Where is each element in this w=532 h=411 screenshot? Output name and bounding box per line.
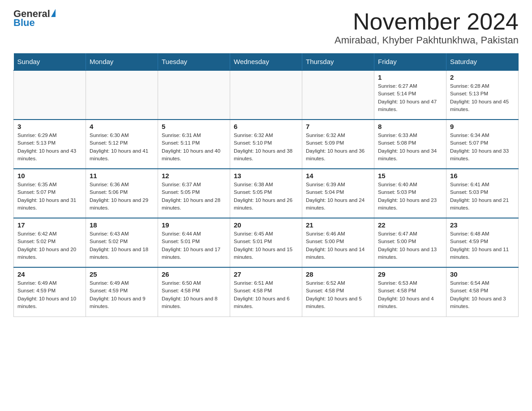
calendar-cell: 28Sunrise: 6:52 AMSunset: 4:58 PMDayligh… — [302, 267, 374, 317]
calendar-cell: 20Sunrise: 6:45 AMSunset: 5:01 PMDayligh… — [230, 218, 302, 267]
day-number: 22 — [378, 221, 442, 229]
calendar-week-row: 17Sunrise: 6:42 AMSunset: 5:02 PMDayligh… — [14, 218, 519, 267]
day-number: 13 — [234, 172, 298, 180]
location-subtitle: Amirabad, Khyber Pakhtunkhwa, Pakistan — [335, 34, 519, 46]
day-number: 20 — [234, 221, 298, 229]
calendar-cell: 7Sunrise: 6:32 AMSunset: 5:09 PMDaylight… — [302, 120, 374, 169]
calendar-cell: 14Sunrise: 6:39 AMSunset: 5:04 PMDayligh… — [302, 169, 374, 218]
weekday-header-tuesday: Tuesday — [158, 53, 230, 70]
calendar-cell: 11Sunrise: 6:36 AMSunset: 5:06 PMDayligh… — [86, 169, 158, 218]
day-sun-info: Sunrise: 6:33 AMSunset: 5:08 PMDaylight:… — [378, 132, 442, 163]
weekday-header-saturday: Saturday — [446, 53, 519, 70]
day-number: 24 — [17, 270, 82, 278]
calendar-week-row: 3Sunrise: 6:29 AMSunset: 5:13 PMDaylight… — [14, 120, 519, 169]
calendar-cell — [302, 70, 374, 120]
day-number: 16 — [450, 172, 515, 180]
day-sun-info: Sunrise: 6:28 AMSunset: 5:13 PMDaylight:… — [450, 82, 515, 113]
day-number: 26 — [162, 270, 226, 278]
day-number: 21 — [306, 221, 370, 229]
calendar-table: SundayMondayTuesdayWednesdayThursdayFrid… — [13, 53, 519, 317]
calendar-week-row: 1Sunrise: 6:27 AMSunset: 5:14 PMDaylight… — [14, 70, 519, 120]
calendar-cell — [158, 70, 230, 120]
day-sun-info: Sunrise: 6:39 AMSunset: 5:04 PMDaylight:… — [306, 181, 370, 212]
calendar-cell: 21Sunrise: 6:46 AMSunset: 5:00 PMDayligh… — [302, 218, 374, 267]
day-number: 1 — [378, 73, 442, 81]
calendar-cell: 30Sunrise: 6:54 AMSunset: 4:58 PMDayligh… — [446, 267, 519, 317]
calendar-title-area: November 2024 Amirabad, Khyber Pakhtunkh… — [335, 9, 519, 46]
day-sun-info: Sunrise: 6:45 AMSunset: 5:01 PMDaylight:… — [234, 230, 298, 261]
day-number: 8 — [378, 123, 442, 130]
day-number: 28 — [306, 270, 370, 278]
logo: General Blue — [13, 9, 56, 28]
day-number: 23 — [450, 221, 515, 229]
calendar-cell: 26Sunrise: 6:50 AMSunset: 4:58 PMDayligh… — [158, 267, 230, 317]
day-number: 27 — [234, 270, 298, 278]
day-number: 30 — [450, 270, 515, 278]
day-sun-info: Sunrise: 6:41 AMSunset: 5:03 PMDaylight:… — [450, 181, 515, 212]
day-sun-info: Sunrise: 6:48 AMSunset: 4:59 PMDaylight:… — [450, 230, 515, 261]
day-sun-info: Sunrise: 6:52 AMSunset: 4:58 PMDaylight:… — [306, 279, 370, 310]
weekday-header-monday: Monday — [86, 53, 158, 70]
day-sun-info: Sunrise: 6:34 AMSunset: 5:07 PMDaylight:… — [450, 132, 515, 163]
day-sun-info: Sunrise: 6:44 AMSunset: 5:01 PMDaylight:… — [162, 230, 226, 261]
day-sun-info: Sunrise: 6:54 AMSunset: 4:58 PMDaylight:… — [450, 279, 515, 310]
calendar-cell: 25Sunrise: 6:49 AMSunset: 4:59 PMDayligh… — [86, 267, 158, 317]
day-number: 14 — [306, 172, 370, 180]
day-sun-info: Sunrise: 6:32 AMSunset: 5:09 PMDaylight:… — [306, 132, 370, 163]
day-sun-info: Sunrise: 6:30 AMSunset: 5:12 PMDaylight:… — [90, 132, 154, 163]
calendar-cell: 18Sunrise: 6:43 AMSunset: 5:02 PMDayligh… — [86, 218, 158, 267]
calendar-week-row: 10Sunrise: 6:35 AMSunset: 5:07 PMDayligh… — [14, 169, 519, 218]
day-sun-info: Sunrise: 6:53 AMSunset: 4:58 PMDaylight:… — [378, 279, 442, 310]
day-sun-info: Sunrise: 6:51 AMSunset: 4:58 PMDaylight:… — [234, 279, 298, 310]
calendar-cell: 13Sunrise: 6:38 AMSunset: 5:05 PMDayligh… — [230, 169, 302, 218]
weekday-header-thursday: Thursday — [302, 53, 374, 70]
day-sun-info: Sunrise: 6:47 AMSunset: 5:00 PMDaylight:… — [378, 230, 442, 261]
day-sun-info: Sunrise: 6:49 AMSunset: 4:59 PMDaylight:… — [17, 279, 82, 310]
day-number: 25 — [90, 270, 154, 278]
day-sun-info: Sunrise: 6:32 AMSunset: 5:10 PMDaylight:… — [234, 132, 298, 163]
calendar-cell: 23Sunrise: 6:48 AMSunset: 4:59 PMDayligh… — [446, 218, 519, 267]
day-sun-info: Sunrise: 6:36 AMSunset: 5:06 PMDaylight:… — [90, 181, 154, 212]
calendar-cell: 12Sunrise: 6:37 AMSunset: 5:05 PMDayligh… — [158, 169, 230, 218]
calendar-cell: 24Sunrise: 6:49 AMSunset: 4:59 PMDayligh… — [14, 267, 86, 317]
day-sun-info: Sunrise: 6:37 AMSunset: 5:05 PMDaylight:… — [162, 181, 226, 212]
day-number: 15 — [378, 172, 442, 180]
calendar-cell: 5Sunrise: 6:31 AMSunset: 5:11 PMDaylight… — [158, 120, 230, 169]
day-number: 18 — [90, 221, 154, 229]
calendar-cell: 29Sunrise: 6:53 AMSunset: 4:58 PMDayligh… — [374, 267, 446, 317]
calendar-cell: 22Sunrise: 6:47 AMSunset: 5:00 PMDayligh… — [374, 218, 446, 267]
weekday-header-wednesday: Wednesday — [230, 53, 302, 70]
calendar-cell: 8Sunrise: 6:33 AMSunset: 5:08 PMDaylight… — [374, 120, 446, 169]
day-number: 10 — [17, 172, 82, 180]
day-sun-info: Sunrise: 6:50 AMSunset: 4:58 PMDaylight:… — [162, 279, 226, 310]
calendar-cell: 19Sunrise: 6:44 AMSunset: 5:01 PMDayligh… — [158, 218, 230, 267]
weekday-header-sunday: Sunday — [14, 53, 86, 70]
weekday-header-friday: Friday — [374, 53, 446, 70]
weekday-header-row: SundayMondayTuesdayWednesdayThursdayFrid… — [14, 53, 519, 70]
calendar-cell: 2Sunrise: 6:28 AMSunset: 5:13 PMDaylight… — [446, 70, 519, 120]
calendar-cell: 3Sunrise: 6:29 AMSunset: 5:13 PMDaylight… — [14, 120, 86, 169]
calendar-cell: 1Sunrise: 6:27 AMSunset: 5:14 PMDaylight… — [374, 70, 446, 120]
calendar-cell: 4Sunrise: 6:30 AMSunset: 5:12 PMDaylight… — [86, 120, 158, 169]
day-sun-info: Sunrise: 6:31 AMSunset: 5:11 PMDaylight:… — [162, 132, 226, 163]
calendar-week-row: 24Sunrise: 6:49 AMSunset: 4:59 PMDayligh… — [14, 267, 519, 317]
day-sun-info: Sunrise: 6:27 AMSunset: 5:14 PMDaylight:… — [378, 82, 442, 113]
day-number: 17 — [17, 221, 82, 229]
day-sun-info: Sunrise: 6:38 AMSunset: 5:05 PMDaylight:… — [234, 181, 298, 212]
day-sun-info: Sunrise: 6:40 AMSunset: 5:03 PMDaylight:… — [378, 181, 442, 212]
day-number: 7 — [306, 123, 370, 130]
day-number: 3 — [17, 123, 82, 130]
calendar-cell: 9Sunrise: 6:34 AMSunset: 5:07 PMDaylight… — [446, 120, 519, 169]
calendar-cell: 17Sunrise: 6:42 AMSunset: 5:02 PMDayligh… — [14, 218, 86, 267]
day-number: 12 — [162, 172, 226, 180]
logo-arrow-icon — [51, 9, 56, 17]
calendar-cell — [230, 70, 302, 120]
page-header: General Blue November 2024 Amirabad, Khy… — [13, 9, 519, 46]
calendar-cell: 16Sunrise: 6:41 AMSunset: 5:03 PMDayligh… — [446, 169, 519, 218]
day-number: 29 — [378, 270, 442, 278]
day-number: 4 — [90, 123, 154, 130]
day-number: 2 — [450, 73, 515, 81]
calendar-cell: 15Sunrise: 6:40 AMSunset: 5:03 PMDayligh… — [374, 169, 446, 218]
day-sun-info: Sunrise: 6:42 AMSunset: 5:02 PMDaylight:… — [17, 230, 82, 261]
day-sun-info: Sunrise: 6:43 AMSunset: 5:02 PMDaylight:… — [90, 230, 154, 261]
